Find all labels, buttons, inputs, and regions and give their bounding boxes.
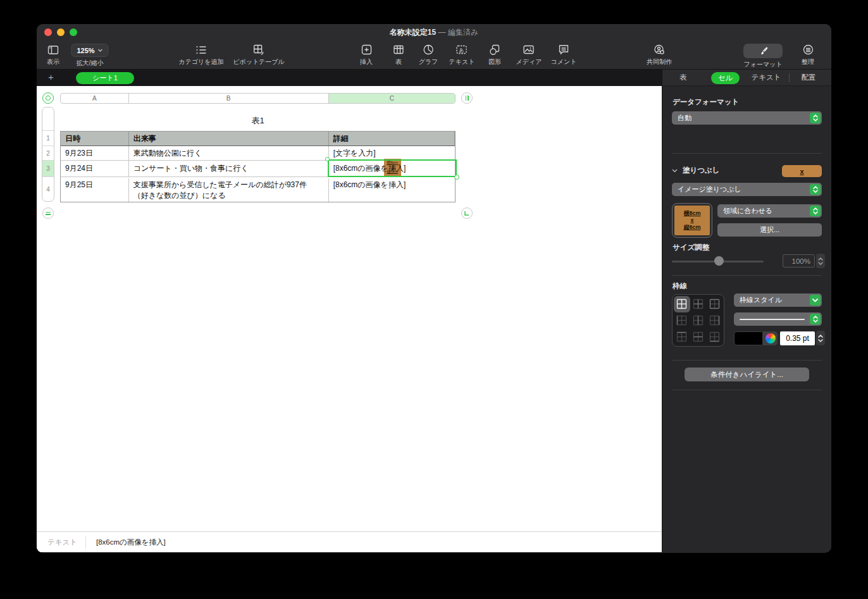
border-color-well[interactable] xyxy=(734,331,763,345)
media-button[interactable]: メディア xyxy=(516,44,542,66)
fill-type-dropdown[interactable]: イメージ塗りつぶし xyxy=(672,183,822,196)
svg-text:あ: あ xyxy=(459,47,464,53)
border-width-field[interactable]: 0.35 pt xyxy=(780,331,815,345)
add-column-button[interactable] xyxy=(461,92,473,104)
conditional-highlight-button[interactable]: 条件付きハイライト... xyxy=(685,367,809,381)
format-button[interactable]: フォーマット xyxy=(743,44,783,69)
shape-button[interactable]: 図形 xyxy=(488,44,501,66)
add-row-button[interactable] xyxy=(42,207,54,219)
cell-a2[interactable]: 9月23日 xyxy=(61,146,129,160)
row-header-4[interactable]: 4 xyxy=(42,177,54,201)
pivot-table-button[interactable]: ピボットテーブル xyxy=(233,44,285,66)
cell-b3[interactable]: コンサート・買い物・食事に行く xyxy=(129,161,329,176)
table-button[interactable]: 表 xyxy=(394,44,404,66)
table-row-4: 9月25日 支援事業所から受信した電子メールの総計が937件 （好きな数の並び）… xyxy=(61,177,455,202)
table-icon xyxy=(394,44,404,56)
spreadsheet-canvas[interactable]: A B C 1 2 3 4 表1 日時 xyxy=(37,86,662,531)
text-button[interactable]: あ テキスト xyxy=(449,44,475,66)
tab-table[interactable]: 表 xyxy=(679,73,687,82)
image-scale-dropdown[interactable]: 領域に合わせる xyxy=(717,204,822,218)
status-bar: テキスト [8x6cmの画像を挿入] xyxy=(37,531,662,552)
insert-icon xyxy=(361,44,372,56)
section-divider xyxy=(672,390,822,390)
data-format-label: データフォーマット xyxy=(673,97,739,107)
zoom-control: 125% 拡大/縮小 xyxy=(71,44,108,68)
zoom-dropdown[interactable]: 125% xyxy=(71,44,108,57)
sheet-tab[interactable]: シート1 xyxy=(76,72,134,84)
border-option-horizontal[interactable] xyxy=(690,328,707,345)
organize-button[interactable]: 整理 xyxy=(802,44,814,66)
table-title[interactable]: 表1 xyxy=(60,115,456,127)
border-option-bottom[interactable] xyxy=(706,328,722,345)
cell-c2[interactable]: [文字を入力] xyxy=(329,146,455,160)
border-width-stepper[interactable] xyxy=(816,331,825,345)
chevron-down-button xyxy=(810,295,821,306)
row-header-1[interactable]: 1 xyxy=(42,131,54,146)
add-sheet-button[interactable]: + xyxy=(46,72,56,83)
header-cell-b1[interactable]: 出来事 xyxy=(129,132,329,145)
border-option-left[interactable] xyxy=(674,312,690,329)
cell-a4[interactable]: 9月25日 xyxy=(61,178,129,203)
color-picker-button[interactable] xyxy=(763,331,778,345)
row-header-title[interactable] xyxy=(42,108,54,131)
fill-color-swatch[interactable]: x xyxy=(782,165,822,177)
data-format-dropdown[interactable]: 自動 xyxy=(672,111,822,125)
cell-c3-selected[interactable]: 横8cmx縦6cm [8x6cmの画像を挿入] xyxy=(329,161,455,176)
window-title: 名称未設定15 — 編集済み xyxy=(37,27,831,38)
disclosure-chevron-icon[interactable] xyxy=(672,168,678,174)
size-value-field[interactable]: 100% xyxy=(783,254,815,268)
sidebar-tab-bar: 表 セル テキスト 配置 xyxy=(662,70,831,86)
tab-cell-active[interactable]: セル xyxy=(711,72,740,84)
column-header-a[interactable]: A xyxy=(61,94,129,103)
size-stepper[interactable] xyxy=(816,254,825,268)
table-header-row: 日時 出来事 詳細 xyxy=(61,132,455,146)
border-option-outer[interactable] xyxy=(706,296,722,312)
cell-b4[interactable]: 支援事業所から受信した電子メールの総計が937件 （好きな数の並び）になる xyxy=(129,178,329,203)
border-option-top[interactable] xyxy=(674,328,690,345)
header-cell-a1[interactable]: 日時 xyxy=(61,132,129,145)
selection-handle-top-left[interactable] xyxy=(325,157,330,161)
cell-c4[interactable]: [8x6cmの画像を挿入] xyxy=(329,178,455,203)
image-fill-preview: 横8cmx縦6cm xyxy=(674,206,710,235)
fill-section-label: 塗りつぶし xyxy=(683,166,720,175)
row-header-2[interactable]: 2 xyxy=(42,146,54,161)
status-divider xyxy=(85,536,86,548)
image-fill-well[interactable]: 横8cmx縦6cm xyxy=(672,203,712,238)
chart-button[interactable]: テキスト グラフ xyxy=(419,44,438,66)
table-resize-button[interactable] xyxy=(461,207,473,219)
section-divider xyxy=(672,360,822,361)
size-slider-thumb[interactable] xyxy=(714,256,724,266)
view-button[interactable]: 表示 xyxy=(47,44,59,66)
selection-handle-bottom-right[interactable] xyxy=(454,175,459,180)
cell-a3[interactable]: 9月24日 xyxy=(61,161,129,176)
add-category-button[interactable]: カテゴリを追加 xyxy=(178,44,223,66)
numbers-window: 名称未設定15 — 編集済み 表示 125% 拡大/縮小 カテゴリを追加 xyxy=(37,24,831,553)
header-cell-c1[interactable]: 詳細 xyxy=(329,132,455,145)
column-header-bar: A B C xyxy=(60,93,456,104)
border-style-dropdown[interactable]: 枠線スタイル xyxy=(734,293,822,307)
cell-b2[interactable]: 東武動物公園に行く xyxy=(129,146,329,160)
tab-divider xyxy=(789,73,790,82)
row-header-3[interactable]: 3 xyxy=(42,161,54,177)
insert-button[interactable]: 挿入 xyxy=(360,44,373,66)
collaborate-button[interactable]: 共同制作 xyxy=(647,44,672,66)
add-column-icon xyxy=(466,96,469,101)
comment-button[interactable]: コメント xyxy=(551,44,577,66)
column-header-b[interactable]: B xyxy=(129,94,329,103)
format-active-pill xyxy=(743,44,783,58)
sheet-tab-bar: + シート1 xyxy=(37,70,662,86)
border-option-inner[interactable] xyxy=(690,296,707,312)
border-section-label: 枠線 xyxy=(673,281,687,291)
border-option-all[interactable] xyxy=(674,296,690,312)
tab-arrange[interactable]: 配置 xyxy=(802,73,816,82)
table-handle-button[interactable] xyxy=(42,92,54,104)
choose-image-button[interactable]: 選択... xyxy=(717,223,822,237)
border-option-right[interactable] xyxy=(706,312,722,329)
tab-text[interactable]: テキスト xyxy=(751,73,781,82)
line-style-dropdown[interactable] xyxy=(734,312,822,326)
text-box-icon: あ xyxy=(456,44,468,56)
status-cell-value[interactable]: [8x6cmの画像を挿入] xyxy=(96,538,166,547)
border-option-vertical[interactable] xyxy=(690,312,707,329)
column-header-c[interactable]: C xyxy=(329,94,455,103)
toolbar: 表示 125% 拡大/縮小 カテゴリを追加 ピボットテーブル 挿入 xyxy=(37,40,831,70)
